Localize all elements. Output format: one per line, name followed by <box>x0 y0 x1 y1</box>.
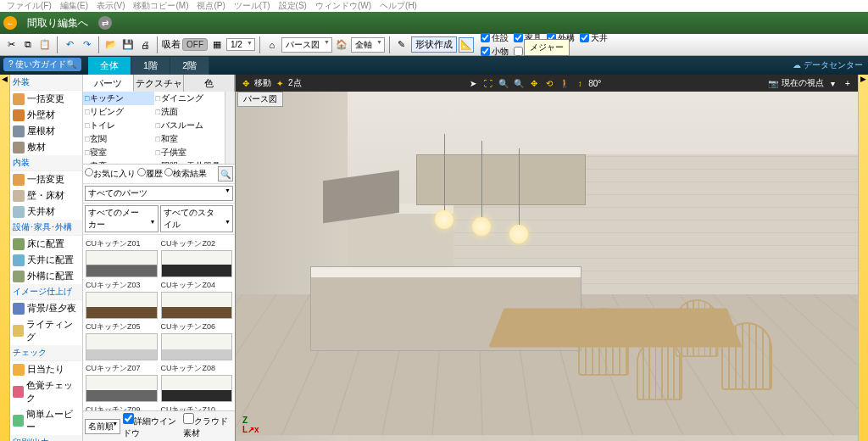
view-dropdown-icon[interactable]: ▾ <box>826 76 839 90</box>
thumb-image[interactable] <box>161 333 233 360</box>
filter-radio[interactable]: 履歴 <box>137 168 163 180</box>
thumb-image[interactable] <box>86 292 158 319</box>
category-item[interactable]: 寝室 <box>83 146 154 159</box>
nav-item[interactable]: 外構に配置 <box>10 268 82 284</box>
category-item[interactable]: 子供室 <box>154 146 225 159</box>
measure-icon[interactable]: 📐 <box>459 37 474 53</box>
help-guide-button[interactable]: ? 使い方ガイド🔍 <box>3 58 81 71</box>
category-item[interactable]: 玄関 <box>83 132 154 146</box>
category-item[interactable]: トイレ <box>83 119 154 132</box>
shape-create-button[interactable]: 形状作成 <box>411 36 457 53</box>
cut-icon[interactable]: ✂ <box>3 37 19 53</box>
move-icon[interactable]: ✥ <box>239 76 253 90</box>
menu-item[interactable]: ウィンドウ(W) <box>315 0 371 12</box>
nav-item[interactable]: 外壁材 <box>10 107 82 123</box>
nav-item[interactable]: 日当たり <box>10 361 82 377</box>
cloud-check[interactable]: クラウド素材 <box>183 413 233 439</box>
check-item[interactable]: 天井 <box>580 32 608 44</box>
search-icon[interactable]: 🔍 <box>218 166 233 181</box>
render-canvas[interactable]: ZL↗x <box>236 92 858 441</box>
menu-item[interactable]: 移動コピー(M) <box>133 0 188 12</box>
floor-tab[interactable]: 1階 <box>131 57 170 75</box>
menu-item[interactable]: 編集(E) <box>60 0 88 12</box>
left-ruler[interactable]: ◀ <box>0 75 10 441</box>
copy-icon[interactable]: ⧉ <box>20 37 36 53</box>
fraction-dropdown[interactable]: 1/2 <box>226 38 255 51</box>
pointer-icon[interactable]: ➤ <box>466 76 480 90</box>
nav-item[interactable]: 色覚チェック <box>10 377 82 406</box>
menu-item[interactable]: ヘルプ(H) <box>380 0 417 12</box>
parts-tab[interactable]: 色 <box>184 75 235 92</box>
redo-icon[interactable]: ↷ <box>79 37 94 53</box>
camera-icon[interactable]: ⌂ <box>264 37 280 53</box>
detail-check[interactable]: 詳細ウインドウ <box>123 413 180 439</box>
category-item[interactable]: バスルーム <box>154 119 225 132</box>
zoom-in-icon[interactable]: 🔍 <box>512 76 526 90</box>
nav-item[interactable]: 壁・床材 <box>10 187 82 204</box>
scrollbar[interactable] <box>225 92 235 164</box>
orbit-icon[interactable]: ⟲ <box>542 76 556 90</box>
grid-icon[interactable]: ▦ <box>209 37 225 53</box>
menu-item[interactable]: 視点(P) <box>197 0 225 12</box>
menu-item[interactable]: ツール(T) <box>234 0 270 12</box>
parts-tab[interactable]: パーツ <box>83 75 134 92</box>
view-dropdown[interactable]: パース図 <box>281 37 332 53</box>
right-ruler[interactable]: ▶ <box>858 75 868 441</box>
nav-item[interactable]: 敷材 <box>10 139 82 155</box>
thumb-image[interactable] <box>161 375 233 402</box>
nav-item[interactable]: 一括変更 <box>10 91 82 107</box>
thumb-image[interactable] <box>86 250 158 277</box>
undo-icon[interactable]: ↶ <box>62 37 77 53</box>
eyedropper-icon[interactable]: ✎ <box>394 37 409 53</box>
category-item[interactable]: リビング <box>83 105 154 119</box>
sort-dropdown[interactable]: 名前順 <box>85 419 120 434</box>
category-item[interactable]: 洗面 <box>154 105 225 119</box>
category-item[interactable]: 書斎 <box>83 159 154 164</box>
datacenter-link[interactable]: ☁ データセンター <box>793 59 863 71</box>
filter-radio[interactable]: お気に入り <box>85 168 136 180</box>
nav-item[interactable]: 一括変更 <box>10 171 82 187</box>
thumb-image[interactable] <box>161 250 233 277</box>
menu-item[interactable]: 表示(V) <box>97 0 125 12</box>
nav-item[interactable]: 屋根材 <box>10 123 82 139</box>
height-icon[interactable]: ↕ <box>573 76 587 90</box>
zoom-fit-icon[interactable]: ⛶ <box>481 76 495 90</box>
nav-item[interactable]: 床に配置 <box>10 236 82 252</box>
nav-item[interactable]: 背景/昼夕夜 <box>10 300 82 316</box>
category-item[interactable]: ダイニング <box>154 92 225 105</box>
category-item[interactable]: キッチン <box>83 92 154 105</box>
camera-icon[interactable]: 📷 <box>766 76 780 90</box>
two-point-icon[interactable]: ✦ <box>273 76 287 90</box>
pan-icon[interactable]: ✥ <box>527 76 541 90</box>
floor-tab[interactable]: 全体 <box>88 57 131 75</box>
walk-icon[interactable]: 🚶 <box>558 76 571 90</box>
all-styles-dropdown[interactable]: すべてのスタイル <box>160 205 234 232</box>
save-icon[interactable]: 💾 <box>120 37 136 53</box>
toggle-button[interactable]: ⇄ <box>98 16 112 30</box>
all-parts-dropdown[interactable]: すべてのパーツ <box>85 186 233 201</box>
mode-label[interactable]: 間取り編集へ <box>20 16 95 31</box>
house-icon[interactable]: 🏠 <box>334 37 349 53</box>
viewport-tab[interactable]: パース図 <box>237 92 283 107</box>
paste-icon[interactable]: 📋 <box>37 37 53 53</box>
zoom-out-icon[interactable]: 🔍 <box>497 76 510 90</box>
scope-dropdown[interactable]: 全軸 <box>351 37 385 53</box>
menu-item[interactable]: 設定(S) <box>279 0 307 12</box>
nav-item[interactable]: 天井材 <box>10 204 82 220</box>
floor-tab[interactable]: 2階 <box>170 57 209 75</box>
open-icon[interactable]: 📂 <box>103 37 119 53</box>
print-icon[interactable]: 🖨 <box>137 37 153 53</box>
all-makers-dropdown[interactable]: すべてのメーカー <box>85 205 159 232</box>
category-item[interactable]: 和室 <box>154 132 225 146</box>
nav-item[interactable]: 天井に配置 <box>10 252 82 268</box>
filter-radio[interactable]: 検索結果 <box>164 168 207 180</box>
snap-toggle[interactable]: OFF <box>182 38 208 51</box>
nav-item[interactable]: 簡単ムービー <box>10 406 82 435</box>
category-item[interactable]: 照明・天井器具 <box>154 159 225 164</box>
check-item[interactable]: 住設 <box>481 32 509 44</box>
back-button[interactable]: ← <box>3 16 17 30</box>
thumb-image[interactable] <box>161 292 233 319</box>
thumb-image[interactable] <box>86 333 158 360</box>
parts-tab[interactable]: テクスチャ <box>134 75 185 92</box>
menu-item[interactable]: ファイル(F) <box>7 0 52 12</box>
